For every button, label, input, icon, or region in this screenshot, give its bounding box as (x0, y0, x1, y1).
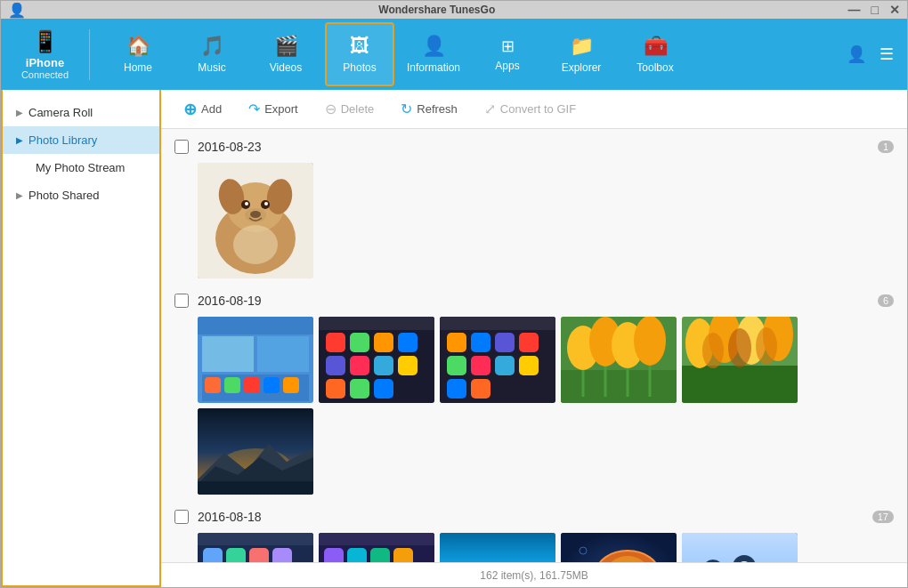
photo-ios2[interactable] (319, 533, 434, 562)
export-icon: ↷ (248, 101, 260, 117)
date-group-1-count: 1 (878, 141, 894, 153)
toolbar: ⊕ Add ↷ Export ⊖ Delete ↻ Refresh (161, 90, 907, 129)
photo-jellyfish[interactable] (561, 533, 677, 562)
svg-rect-87 (347, 548, 367, 562)
date-group-3-count: 17 (872, 511, 894, 523)
photo-screenshot1[interactable] (198, 317, 313, 403)
top-nav: 📱 iPhone Connected 🏠 Home 🎵 Music 🎬 Vide… (1, 19, 907, 90)
svg-rect-26 (374, 333, 393, 352)
videos-icon: 🎬 (274, 35, 298, 58)
delete-label: Delete (341, 102, 375, 116)
export-button[interactable]: ↷ Export (239, 97, 307, 121)
nav-photos[interactable]: 🖼 Photos (325, 22, 394, 86)
date-header-1: 2016-08-23 1 (174, 138, 894, 156)
svg-rect-45 (447, 379, 466, 399)
date-group-1-checkbox[interactable] (174, 140, 189, 154)
window-title: Wondershare TunesGo (378, 4, 495, 16)
information-icon: 👤 (422, 35, 446, 58)
menu-icon[interactable]: ☰ (880, 44, 894, 64)
nav-items: 🏠 Home 🎵 Music 🎬 Videos 🖼 Photos 👤 (103, 22, 690, 86)
convert-gif-button[interactable]: ⤢ Convert to GIF (475, 97, 585, 121)
date-group-2-checkbox[interactable] (174, 294, 189, 308)
sidebar-item-my-photo-stream[interactable]: My Photo Stream (3, 154, 159, 181)
nav-home[interactable]: 🏠 Home (103, 22, 173, 86)
refresh-icon: ↻ (401, 101, 412, 117)
add-button[interactable]: ⊕ Add (174, 96, 231, 123)
sunset-svg (440, 533, 555, 562)
nav-apps[interactable]: ⊞ Apps (473, 22, 542, 86)
svg-rect-21 (283, 377, 299, 393)
svg-rect-76 (272, 548, 292, 562)
nav-toolbox[interactable]: 🧰 Toolbox (620, 22, 690, 86)
sidebar-item-photo-shared-label: Photo Shared (28, 189, 100, 202)
date-group-3-checkbox[interactable] (174, 510, 189, 524)
device-section: 📱 iPhone Connected (10, 29, 90, 80)
date-group-3: 2016-08-18 17 (174, 508, 894, 562)
photo-tulips1[interactable] (561, 317, 677, 403)
explorer-icon: 📁 (570, 35, 594, 58)
photo-screenshot2[interactable] (319, 317, 434, 403)
nav-music[interactable]: 🎵 Music (177, 22, 247, 86)
svg-rect-96 (440, 533, 555, 562)
svg-point-8 (264, 202, 268, 205)
status-bar: 162 item(s), 161.75MB (161, 562, 907, 587)
refresh-button[interactable]: ↻ Refresh (392, 97, 466, 121)
svg-rect-14 (202, 336, 254, 372)
svg-point-10 (245, 208, 266, 222)
sidebar-item-photo-library[interactable]: ▶ Photo Library (3, 126, 159, 154)
svg-rect-33 (350, 379, 369, 399)
home-icon: 🏠 (126, 35, 150, 58)
sidebar-item-photo-shared[interactable]: ▶ Photo Shared (3, 181, 159, 209)
delete-icon: ⊖ (325, 101, 336, 117)
photo-penguins1[interactable] (682, 533, 798, 562)
svg-rect-13 (198, 317, 313, 334)
refresh-label: Refresh (417, 102, 458, 116)
nav-toolbox-label: Toolbox (636, 61, 673, 74)
photos-content: 2016-08-23 1 (161, 129, 907, 562)
svg-rect-38 (471, 333, 490, 352)
date-group-2-count: 6 (878, 294, 894, 307)
svg-rect-58 (682, 366, 798, 403)
photo-tulips2[interactable] (682, 317, 798, 403)
svg-point-52 (634, 317, 666, 366)
status-text: 162 item(s), 161.75MB (480, 569, 588, 582)
screenshot1-svg (198, 317, 313, 403)
svg-point-65 (756, 327, 777, 365)
sidebar-item-camera-roll[interactable]: ▶ Camera Roll (3, 99, 159, 126)
toolbox-icon: 🧰 (644, 35, 668, 58)
minimize-button[interactable]: — (848, 3, 861, 17)
nav-information-label: Information (407, 61, 460, 74)
nav-videos-label: Videos (270, 61, 302, 74)
svg-rect-24 (326, 333, 345, 352)
photos-grid-1 (198, 163, 894, 278)
close-button[interactable]: ✕ (889, 3, 900, 17)
nav-home-label: Home (124, 61, 152, 74)
delete-button[interactable]: ⊖ Delete (316, 97, 384, 121)
svg-rect-25 (350, 333, 369, 352)
nav-explorer[interactable]: 📁 Explorer (547, 22, 616, 86)
svg-point-63 (702, 333, 724, 368)
photo-sunset[interactable] (440, 533, 555, 562)
svg-rect-29 (350, 356, 369, 375)
rocks-svg (198, 408, 313, 495)
device-name: iPhone (26, 56, 64, 69)
date-group-2-label: 2016-08-19 (198, 294, 262, 308)
nav-videos[interactable]: 🎬 Videos (251, 22, 320, 86)
title-bar-icons: 👤 ☰ (847, 44, 898, 64)
photo-rocks[interactable] (198, 408, 313, 495)
svg-rect-28 (326, 356, 345, 375)
photo-shared-arrow: ▶ (16, 190, 23, 200)
svg-rect-70 (198, 481, 313, 495)
maximize-button[interactable]: □ (872, 3, 879, 17)
photo-dog[interactable] (198, 163, 313, 278)
app-container: 📱 iPhone Connected 🏠 Home 🎵 Music 🎬 Vide… (1, 19, 907, 587)
photo-screenshot3[interactable] (440, 317, 555, 403)
nav-information[interactable]: 👤 Information (399, 22, 468, 86)
user-icon[interactable]: 👤 (8, 2, 26, 19)
window-controls: — □ ✕ (848, 3, 900, 17)
user-account-icon[interactable]: 👤 (847, 44, 866, 64)
svg-rect-36 (440, 317, 555, 330)
add-icon: ⊕ (183, 100, 197, 119)
svg-point-11 (233, 225, 278, 264)
photo-ios1[interactable] (198, 533, 313, 562)
